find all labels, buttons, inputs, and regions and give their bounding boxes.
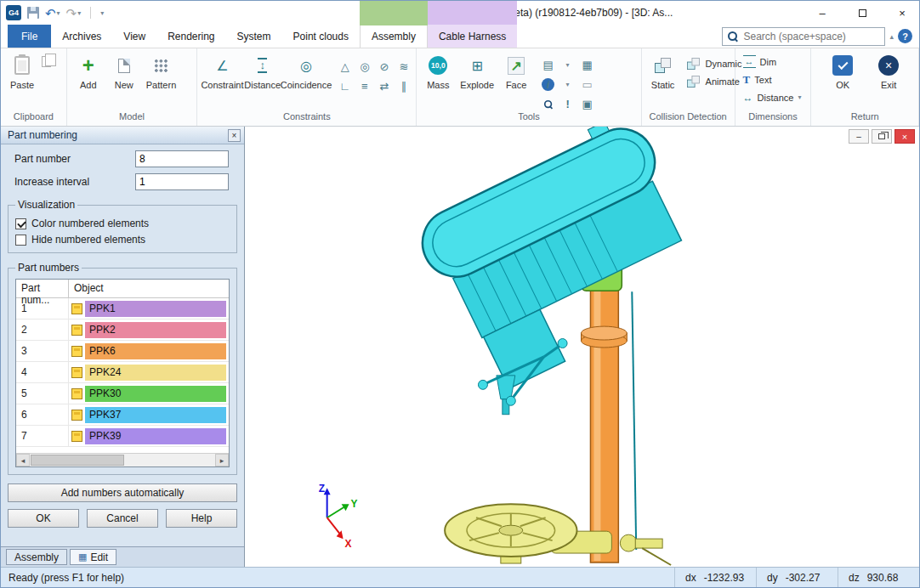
static-collision-button[interactable]: Static bbox=[645, 51, 681, 90]
distance-measure-icon: ↔ bbox=[743, 92, 753, 104]
column-header-part-num[interactable]: Part num... bbox=[16, 280, 69, 297]
concentric-constraint-icon[interactable]: ◎ bbox=[355, 58, 373, 76]
bottom-tab-assembly[interactable]: Assembly bbox=[6, 549, 67, 565]
redo-caret-icon[interactable]: ▾ bbox=[77, 9, 81, 17]
table-row[interactable]: 5PPK30 bbox=[16, 383, 229, 404]
explode-button[interactable]: ⊞ Explode bbox=[456, 51, 498, 90]
tab-file[interactable]: File bbox=[8, 25, 51, 48]
symmetry-constraint-icon[interactable]: ≋ bbox=[395, 58, 412, 76]
object-cell: PPK2 bbox=[69, 319, 229, 340]
maximize-button[interactable] bbox=[845, 1, 879, 25]
parallel-constraint-icon[interactable]: ≡ bbox=[355, 77, 373, 95]
hide-numbered-checkbox-row[interactable]: Hide numbered elements bbox=[15, 234, 230, 246]
column-header-object[interactable]: Object bbox=[69, 280, 229, 297]
minimize-button[interactable]: – bbox=[805, 1, 839, 25]
tab-archives[interactable]: Archives bbox=[51, 25, 112, 48]
copy-icon[interactable] bbox=[42, 56, 51, 67]
close-button[interactable]: × bbox=[885, 1, 919, 25]
paste-button[interactable]: Paste bbox=[4, 51, 40, 90]
ok-ribbon-button[interactable]: OK bbox=[825, 51, 860, 90]
part-number-input[interactable] bbox=[135, 150, 229, 167]
new-button[interactable]: New bbox=[106, 51, 142, 90]
table-row[interactable]: 3PPK6 bbox=[16, 341, 229, 362]
app-icon[interactable]: G4 bbox=[6, 5, 21, 20]
distance-caret-icon[interactable]: ▾ bbox=[798, 93, 801, 101]
check-model-button[interactable]: ! bbox=[559, 95, 576, 113]
face-button[interactable]: ↗ Face bbox=[498, 51, 534, 90]
tab-assembly[interactable]: Assembly bbox=[360, 25, 428, 48]
scroll-right-icon[interactable]: ▸ bbox=[215, 454, 229, 466]
distance-constraint-button[interactable]: ↕ Distance bbox=[244, 51, 281, 90]
search-input[interactable] bbox=[743, 31, 879, 42]
distance-measure-button[interactable]: ↔ Distance ▾ bbox=[739, 88, 806, 106]
mdi-restore-button[interactable] bbox=[872, 129, 892, 144]
mass-button[interactable]: 10,0 Mass bbox=[420, 51, 456, 90]
collinear-constraint-icon[interactable]: ∥ bbox=[395, 77, 412, 95]
tab-system[interactable]: System bbox=[226, 25, 282, 48]
coincidence-button[interactable]: ◎ Coincidence bbox=[281, 51, 332, 90]
tab-cable-harness[interactable]: Cable Harness bbox=[428, 25, 517, 48]
tab-rendering[interactable]: Rendering bbox=[156, 25, 225, 48]
chuck[interactable] bbox=[497, 376, 515, 415]
scrollbar-thumb[interactable] bbox=[31, 455, 124, 466]
edit-tab-icon: ▦ bbox=[78, 551, 87, 563]
color-numbered-checkbox-row[interactable]: Color numbered elements bbox=[15, 218, 230, 229]
horizontal-scrollbar[interactable]: ◂ ▸ bbox=[16, 453, 229, 466]
drill-press-model[interactable]: Z Y X bbox=[245, 127, 919, 567]
tab-view[interactable]: View bbox=[112, 25, 156, 48]
help-button-dialog[interactable]: Help bbox=[166, 509, 237, 528]
triangle-constraint-icon[interactable]: △ bbox=[336, 58, 354, 76]
ok-button[interactable]: OK bbox=[8, 509, 79, 528]
table-row[interactable]: 2PPK2 bbox=[16, 319, 229, 341]
bottom-tab-edit[interactable]: ▦ Edit bbox=[70, 549, 116, 565]
table-row[interactable]: 4PPK24 bbox=[16, 362, 229, 383]
explode-icon: ⊞ bbox=[472, 58, 483, 74]
undo-button[interactable]: ↶▾ bbox=[45, 7, 60, 20]
depth-rod[interactable] bbox=[632, 291, 636, 550]
color-numbered-checkbox[interactable] bbox=[15, 218, 26, 229]
save-icon[interactable] bbox=[27, 7, 39, 19]
part-number-cell: 1 bbox=[16, 298, 69, 319]
constraint-button[interactable]: ∠ Constraint bbox=[201, 51, 243, 90]
undo-caret-icon[interactable]: ▾ bbox=[57, 9, 60, 17]
table-row[interactable]: 6PPK37 bbox=[16, 404, 229, 426]
exit-ribbon-button[interactable]: × Exit bbox=[871, 51, 906, 90]
grid-caret-icon[interactable]: ▾ bbox=[559, 56, 576, 74]
table-row[interactable]: 7PPK39 bbox=[16, 426, 229, 447]
frame-icon[interactable]: ▭ bbox=[578, 76, 596, 93]
align-constraint-icon[interactable]: ⇄ bbox=[375, 77, 393, 95]
drill-head[interactable] bbox=[406, 127, 718, 396]
cancel-button[interactable]: Cancel bbox=[87, 509, 158, 528]
pattern-button[interactable]: Pattern bbox=[142, 51, 180, 90]
scroll-left-icon[interactable]: ◂ bbox=[16, 454, 30, 466]
exit-ribbon-label: Exit bbox=[881, 80, 896, 90]
layout-icon[interactable]: ▦ bbox=[578, 56, 596, 74]
zoom-tool-button[interactable] bbox=[539, 95, 557, 113]
increase-interval-input[interactable] bbox=[135, 173, 229, 190]
add-numbers-automatically-button[interactable]: Add numbers automatically bbox=[8, 483, 237, 502]
add-button[interactable]: + Add bbox=[71, 51, 106, 90]
grid-add-icon[interactable]: ▤ bbox=[539, 56, 557, 74]
text-button[interactable]: T Text bbox=[739, 71, 776, 88]
dim-button[interactable]: ↔ Dim bbox=[739, 53, 781, 71]
info-button[interactable]: i bbox=[539, 76, 557, 93]
qat-customize-icon[interactable]: ▾ bbox=[100, 9, 104, 17]
column-collar[interactable] bbox=[582, 326, 628, 348]
tab-point-clouds[interactable]: Point clouds bbox=[282, 25, 360, 48]
table-row[interactable]: 1PPK1 bbox=[16, 298, 229, 319]
viewport-3d[interactable]: – × bbox=[245, 127, 919, 567]
redo-button[interactable]: ↷▾ bbox=[66, 7, 82, 20]
collapse-ribbon-icon[interactable]: ▴ bbox=[889, 32, 894, 41]
mdi-close-button[interactable]: × bbox=[894, 129, 915, 144]
perpendicular-constraint-icon[interactable]: ∟ bbox=[336, 77, 354, 95]
tangent-constraint-icon[interactable]: ⊘ bbox=[375, 58, 393, 76]
info-caret-icon[interactable]: ▾ bbox=[559, 76, 576, 93]
hide-numbered-checkbox[interactable] bbox=[15, 235, 26, 246]
work-table[interactable] bbox=[445, 504, 671, 565]
panel-close-button[interactable]: × bbox=[228, 129, 241, 142]
mdi-minimize-button[interactable]: – bbox=[849, 129, 869, 144]
window-tile-icon[interactable]: ▣ bbox=[578, 95, 596, 113]
search-box[interactable] bbox=[722, 27, 885, 46]
help-button[interactable]: ? bbox=[898, 29, 912, 43]
part-numbers-table[interactable]: Part num... Object 1PPK12PPK23PPK64PPK24… bbox=[15, 279, 230, 467]
